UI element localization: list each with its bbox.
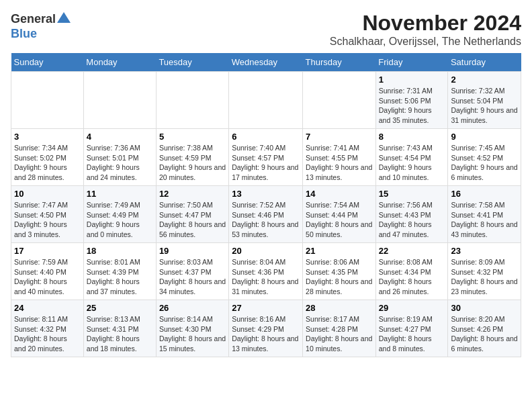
day-number: 6 — [232, 132, 300, 142]
day-info: Sunrise: 7:41 AM Sunset: 4:55 PM Dayligh… — [306, 143, 373, 183]
day-number: 7 — [306, 132, 373, 142]
calendar-cell: 6Sunrise: 7:40 AM Sunset: 4:57 PM Daylig… — [229, 129, 303, 186]
day-info: Sunrise: 7:59 AM Sunset: 4:40 PM Dayligh… — [14, 257, 81, 297]
day-number: 4 — [87, 132, 153, 142]
day-info: Sunrise: 8:06 AM Sunset: 4:35 PM Dayligh… — [306, 257, 373, 297]
calendar-week-row: 3Sunrise: 7:34 AM Sunset: 5:02 PM Daylig… — [11, 129, 521, 186]
logo-icon — [57, 11, 71, 24]
day-info: Sunrise: 8:08 AM Sunset: 4:34 PM Dayligh… — [379, 257, 445, 297]
day-info: Sunrise: 7:54 AM Sunset: 4:44 PM Dayligh… — [306, 200, 373, 240]
day-info: Sunrise: 7:36 AM Sunset: 5:01 PM Dayligh… — [87, 143, 153, 183]
calendar-cell: 3Sunrise: 7:34 AM Sunset: 5:02 PM Daylig… — [11, 129, 84, 186]
day-number: 5 — [159, 132, 226, 142]
calendar-week-row: 1Sunrise: 7:31 AM Sunset: 5:06 PM Daylig… — [11, 72, 521, 129]
calendar-cell: 4Sunrise: 7:36 AM Sunset: 5:01 PM Daylig… — [83, 129, 156, 186]
calendar-cell — [229, 72, 303, 129]
calendar-cell: 17Sunrise: 7:59 AM Sunset: 4:40 PM Dayli… — [11, 243, 84, 300]
day-info: Sunrise: 7:52 AM Sunset: 4:46 PM Dayligh… — [232, 200, 300, 240]
day-number: 2 — [451, 75, 518, 85]
col-header-sunday: Sunday — [11, 53, 84, 72]
calendar-cell: 14Sunrise: 7:54 AM Sunset: 4:44 PM Dayli… — [303, 186, 376, 243]
calendar-cell — [11, 72, 84, 129]
day-info: Sunrise: 7:34 AM Sunset: 5:02 PM Dayligh… — [14, 143, 81, 183]
calendar-cell: 20Sunrise: 8:04 AM Sunset: 4:36 PM Dayli… — [229, 243, 303, 300]
day-number: 21 — [306, 246, 373, 256]
day-number: 29 — [379, 303, 445, 313]
title-area: November 2024 Schalkhaar, Overijssel, Th… — [330, 11, 521, 48]
day-info: Sunrise: 8:11 AM Sunset: 4:32 PM Dayligh… — [14, 314, 81, 354]
col-header-saturday: Saturday — [448, 53, 521, 72]
day-number: 23 — [451, 246, 518, 256]
day-number: 16 — [451, 189, 518, 199]
calendar-cell: 30Sunrise: 8:20 AM Sunset: 4:26 PM Dayli… — [448, 300, 521, 357]
day-info: Sunrise: 7:31 AM Sunset: 5:06 PM Dayligh… — [379, 86, 445, 126]
logo-general-text: General — [11, 12, 56, 26]
calendar-cell: 29Sunrise: 8:19 AM Sunset: 4:27 PM Dayli… — [375, 300, 448, 357]
calendar-cell: 18Sunrise: 8:01 AM Sunset: 4:39 PM Dayli… — [83, 243, 156, 300]
day-number: 24 — [14, 303, 81, 313]
day-info: Sunrise: 7:40 AM Sunset: 4:57 PM Dayligh… — [232, 143, 300, 183]
calendar-title: November 2024 — [330, 11, 521, 36]
col-header-wednesday: Wednesday — [229, 53, 303, 72]
day-number: 13 — [232, 189, 300, 199]
calendar-cell: 13Sunrise: 7:52 AM Sunset: 4:46 PM Dayli… — [229, 186, 303, 243]
calendar-cell: 10Sunrise: 7:47 AM Sunset: 4:50 PM Dayli… — [11, 186, 84, 243]
calendar-cell: 8Sunrise: 7:43 AM Sunset: 4:54 PM Daylig… — [375, 129, 448, 186]
calendar-week-row: 24Sunrise: 8:11 AM Sunset: 4:32 PM Dayli… — [11, 300, 521, 357]
day-number: 11 — [87, 189, 153, 199]
calendar-cell — [156, 72, 228, 129]
calendar-table: SundayMondayTuesdayWednesdayThursdayFrid… — [11, 53, 521, 357]
day-info: Sunrise: 7:58 AM Sunset: 4:41 PM Dayligh… — [451, 200, 518, 240]
day-number: 12 — [159, 189, 226, 199]
logo-blue-text: Blue — [11, 27, 37, 40]
day-info: Sunrise: 7:38 AM Sunset: 4:59 PM Dayligh… — [159, 143, 226, 183]
calendar-cell: 16Sunrise: 7:58 AM Sunset: 4:41 PM Dayli… — [448, 186, 521, 243]
header: General Blue November 2024 Schalkhaar, O… — [11, 11, 521, 48]
calendar-cell: 27Sunrise: 8:16 AM Sunset: 4:29 PM Dayli… — [229, 300, 303, 357]
calendar-cell: 25Sunrise: 8:13 AM Sunset: 4:31 PM Dayli… — [83, 300, 156, 357]
calendar-cell: 2Sunrise: 7:32 AM Sunset: 5:04 PM Daylig… — [448, 72, 521, 129]
calendar-cell: 11Sunrise: 7:49 AM Sunset: 4:49 PM Dayli… — [83, 186, 156, 243]
calendar-cell: 22Sunrise: 8:08 AM Sunset: 4:34 PM Dayli… — [375, 243, 448, 300]
day-info: Sunrise: 8:03 AM Sunset: 4:37 PM Dayligh… — [159, 257, 226, 297]
day-number: 1 — [379, 75, 445, 85]
day-info: Sunrise: 7:45 AM Sunset: 4:52 PM Dayligh… — [451, 143, 518, 183]
day-number: 8 — [379, 132, 445, 142]
day-number: 20 — [232, 246, 300, 256]
day-info: Sunrise: 8:20 AM Sunset: 4:26 PM Dayligh… — [451, 314, 518, 354]
day-info: Sunrise: 7:50 AM Sunset: 4:47 PM Dayligh… — [159, 200, 226, 240]
calendar-cell: 12Sunrise: 7:50 AM Sunset: 4:47 PM Dayli… — [156, 186, 228, 243]
day-number: 18 — [87, 246, 153, 256]
day-number: 25 — [87, 303, 153, 313]
day-info: Sunrise: 8:14 AM Sunset: 4:30 PM Dayligh… — [159, 314, 226, 354]
calendar-cell: 15Sunrise: 7:56 AM Sunset: 4:43 PM Dayli… — [375, 186, 448, 243]
calendar-cell: 28Sunrise: 8:17 AM Sunset: 4:28 PM Dayli… — [303, 300, 376, 357]
calendar-cell: 19Sunrise: 8:03 AM Sunset: 4:37 PM Dayli… — [156, 243, 228, 300]
calendar-week-row: 10Sunrise: 7:47 AM Sunset: 4:50 PM Dayli… — [11, 186, 521, 243]
day-info: Sunrise: 8:04 AM Sunset: 4:36 PM Dayligh… — [232, 257, 300, 297]
calendar-cell: 1Sunrise: 7:31 AM Sunset: 5:06 PM Daylig… — [375, 72, 448, 129]
calendar-cell: 23Sunrise: 8:09 AM Sunset: 4:32 PM Dayli… — [448, 243, 521, 300]
day-number: 30 — [451, 303, 518, 313]
day-number: 19 — [159, 246, 226, 256]
col-header-tuesday: Tuesday — [156, 53, 228, 72]
calendar-header-row: SundayMondayTuesdayWednesdayThursdayFrid… — [11, 53, 521, 72]
calendar-cell: 5Sunrise: 7:38 AM Sunset: 4:59 PM Daylig… — [156, 129, 228, 186]
day-info: Sunrise: 7:43 AM Sunset: 4:54 PM Dayligh… — [379, 143, 445, 183]
logo: General Blue — [11, 11, 71, 41]
day-info: Sunrise: 8:16 AM Sunset: 4:29 PM Dayligh… — [232, 314, 300, 354]
day-number: 28 — [306, 303, 373, 313]
day-number: 10 — [14, 189, 81, 199]
day-number: 9 — [451, 132, 518, 142]
day-number: 26 — [159, 303, 226, 313]
calendar-week-row: 17Sunrise: 7:59 AM Sunset: 4:40 PM Dayli… — [11, 243, 521, 300]
day-number: 14 — [306, 189, 373, 199]
day-number: 27 — [232, 303, 300, 313]
calendar-cell — [303, 72, 376, 129]
calendar-cell: 26Sunrise: 8:14 AM Sunset: 4:30 PM Dayli… — [156, 300, 228, 357]
calendar-cell: 7Sunrise: 7:41 AM Sunset: 4:55 PM Daylig… — [303, 129, 376, 186]
day-number: 22 — [379, 246, 445, 256]
col-header-monday: Monday — [83, 53, 156, 72]
col-header-friday: Friday — [375, 53, 448, 72]
day-number: 17 — [14, 246, 81, 256]
